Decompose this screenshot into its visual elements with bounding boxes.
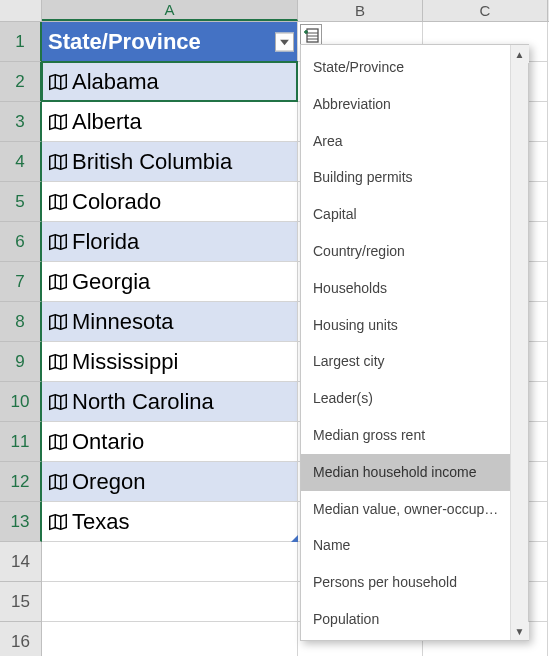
map-icon — [46, 351, 70, 373]
cell-value: Ontario — [72, 422, 144, 462]
cell-value: Minnesota — [72, 302, 174, 342]
map-icon — [46, 431, 70, 453]
row-header[interactable]: 13 — [0, 502, 42, 542]
row-header[interactable]: 11 — [0, 422, 42, 462]
map-icon — [46, 151, 70, 173]
table-header-cell[interactable]: State/Province — [42, 22, 298, 62]
data-cell[interactable]: North Carolina — [42, 382, 298, 422]
map-icon — [46, 191, 70, 213]
column-header-C[interactable]: C — [423, 0, 548, 21]
scroll-up-arrow[interactable]: ▲ — [511, 45, 529, 63]
map-icon — [46, 271, 70, 293]
dropdown-scrollbar[interactable]: ▲ ▼ — [510, 45, 528, 640]
dropdown-item[interactable]: Largest city — [301, 343, 528, 380]
column-header-A[interactable]: A — [42, 0, 298, 21]
map-icon — [46, 511, 70, 533]
data-cell[interactable]: Alberta — [42, 102, 298, 142]
cell-value: Florida — [72, 222, 139, 262]
empty-cell[interactable] — [42, 622, 298, 656]
row-header[interactable]: 10 — [0, 382, 42, 422]
row-header[interactable]: 14 — [0, 542, 42, 582]
row-header[interactable]: 3 — [0, 102, 42, 142]
data-cell[interactable]: Ontario — [42, 422, 298, 462]
dropdown-item[interactable]: Housing units — [301, 307, 528, 344]
data-cell[interactable]: Texas — [42, 502, 298, 542]
select-all-corner[interactable] — [0, 0, 42, 21]
row-header[interactable]: 5 — [0, 182, 42, 222]
dropdown-item[interactable]: Population — [301, 601, 528, 638]
dropdown-item[interactable]: Name — [301, 527, 528, 564]
data-cell[interactable]: Florida — [42, 222, 298, 262]
data-cell[interactable]: Alabama — [42, 62, 298, 102]
dropdown-item[interactable]: Median household income — [301, 454, 528, 491]
dropdown-item[interactable]: Country/region — [301, 233, 528, 270]
cell-value: Alberta — [72, 102, 142, 142]
data-cell[interactable]: Georgia — [42, 262, 298, 302]
table-header-label: State/Province — [48, 29, 201, 54]
cell-value: Alabama — [72, 62, 159, 102]
cell-value: Texas — [72, 502, 129, 542]
insert-data-button[interactable] — [300, 24, 322, 46]
dropdown-item[interactable]: Building permits — [301, 159, 528, 196]
cell-value: British Columbia — [72, 142, 232, 182]
row-header[interactable]: 8 — [0, 302, 42, 342]
map-icon — [46, 231, 70, 253]
dropdown-item[interactable]: Households — [301, 270, 528, 307]
row-header[interactable]: 9 — [0, 342, 42, 382]
dropdown-item[interactable]: State/Province — [301, 49, 528, 86]
dropdown-item[interactable]: Abbreviation — [301, 86, 528, 123]
map-icon — [46, 391, 70, 413]
dropdown-item[interactable]: Median value, owner-occup… — [301, 491, 528, 528]
cell-value: Mississippi — [72, 342, 178, 382]
dropdown-item[interactable]: Leader(s) — [301, 380, 528, 417]
empty-cell[interactable] — [42, 582, 298, 622]
field-dropdown: State/ProvinceAbbreviationAreaBuilding p… — [300, 44, 529, 641]
insert-data-icon — [303, 27, 319, 43]
data-cell[interactable]: British Columbia — [42, 142, 298, 182]
map-icon — [46, 111, 70, 133]
cell-value: Colorado — [72, 182, 161, 222]
filter-dropdown-button[interactable] — [275, 32, 294, 51]
dropdown-item[interactable]: Persons per household — [301, 564, 528, 601]
data-cell[interactable]: Minnesota — [42, 302, 298, 342]
dropdown-item[interactable]: Median gross rent — [301, 417, 528, 454]
row-header[interactable]: 6 — [0, 222, 42, 262]
data-cell[interactable]: Oregon — [42, 462, 298, 502]
cell-value: Oregon — [72, 462, 145, 502]
empty-cell[interactable] — [42, 542, 298, 582]
column-headers-row: A B C — [0, 0, 549, 22]
cell-value: Georgia — [72, 262, 150, 302]
row-header[interactable]: 1 — [0, 22, 42, 62]
dropdown-item[interactable]: Area — [301, 123, 528, 160]
map-icon — [46, 471, 70, 493]
map-icon — [46, 71, 70, 93]
scroll-down-arrow[interactable]: ▼ — [511, 622, 529, 640]
row-header[interactable]: 15 — [0, 582, 42, 622]
data-cell[interactable]: Colorado — [42, 182, 298, 222]
map-icon — [46, 311, 70, 333]
row-header[interactable]: 12 — [0, 462, 42, 502]
cell-value: North Carolina — [72, 382, 214, 422]
row-header[interactable]: 4 — [0, 142, 42, 182]
row-header[interactable]: 7 — [0, 262, 42, 302]
row-header[interactable]: 16 — [0, 622, 42, 656]
row-header[interactable]: 2 — [0, 62, 42, 102]
data-cell[interactable]: Mississippi — [42, 342, 298, 382]
column-header-B[interactable]: B — [298, 0, 423, 21]
dropdown-item[interactable]: Capital — [301, 196, 528, 233]
